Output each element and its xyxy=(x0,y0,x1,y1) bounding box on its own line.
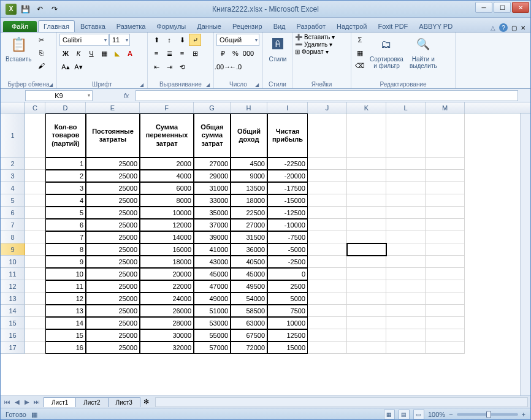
cell-G16[interactable]: 55000 xyxy=(194,329,231,342)
cell-F7[interactable]: 12000 xyxy=(140,219,194,231)
align-top-icon[interactable]: ⬆ xyxy=(150,34,162,46)
cell-E4[interactable]: 25000 xyxy=(86,182,140,194)
row-header-3[interactable]: 3 xyxy=(1,170,25,182)
ribbon-tab-2[interactable]: Разметка xyxy=(111,20,151,32)
cell-G3[interactable]: 29000 xyxy=(194,170,231,182)
cell-K9[interactable] xyxy=(347,243,386,256)
copy-icon[interactable]: ⎘ xyxy=(35,47,47,59)
cell-F11[interactable]: 20000 xyxy=(140,268,194,280)
increase-indent-icon[interactable]: ⇥ xyxy=(163,61,175,73)
undo-icon[interactable]: ↶ xyxy=(34,3,46,15)
cell-I14[interactable]: 7500 xyxy=(267,305,308,317)
cell-H11[interactable]: 45000 xyxy=(231,268,267,280)
cell-L11[interactable] xyxy=(386,268,426,280)
cell-K15[interactable] xyxy=(347,317,386,329)
col-header-J[interactable]: J xyxy=(308,102,347,113)
zoom-slider[interactable] xyxy=(457,413,518,416)
row-header-17[interactable]: 17 xyxy=(1,342,25,354)
cell-C15[interactable] xyxy=(25,317,45,329)
cell-E1[interactable]: Постоянные затраты xyxy=(86,113,140,158)
close-button[interactable]: ✕ xyxy=(512,2,529,13)
cell-F9[interactable]: 16000 xyxy=(140,243,194,256)
row-header-4[interactable]: 4 xyxy=(1,182,25,194)
normal-view-icon[interactable]: ▦ xyxy=(384,410,395,419)
cell-I8[interactable]: -7500 xyxy=(267,231,308,243)
cell-F16[interactable]: 30000 xyxy=(140,329,194,342)
row-header-15[interactable]: 15 xyxy=(1,317,25,329)
cell-H3[interactable]: 9000 xyxy=(231,170,267,182)
cell-J14[interactable] xyxy=(308,305,347,317)
cell-C7[interactable] xyxy=(25,219,45,231)
first-sheet-icon[interactable]: ⏮ xyxy=(3,399,12,405)
cell-D15[interactable]: 14 xyxy=(45,317,86,329)
cell-M5[interactable] xyxy=(426,194,465,207)
col-header-D[interactable]: D xyxy=(45,102,86,113)
align-middle-icon[interactable]: ↕ xyxy=(163,34,175,46)
name-box[interactable]: K9 xyxy=(25,90,93,101)
macro-record-icon[interactable]: ▦ xyxy=(31,411,37,419)
cell-G9[interactable]: 41000 xyxy=(194,243,231,256)
redo-icon[interactable]: ↷ xyxy=(48,3,61,15)
maximize-button[interactable]: ☐ xyxy=(494,2,511,13)
ribbon-tab-9[interactable]: Foxit PDF xyxy=(372,20,413,32)
cell-F13[interactable]: 24000 xyxy=(140,292,194,305)
font-name-combo[interactable]: Calibri xyxy=(59,34,109,46)
cell-E6[interactable]: 25000 xyxy=(86,207,140,219)
cell-C11[interactable] xyxy=(25,268,45,280)
cell-K11[interactable] xyxy=(347,268,386,280)
help-icon[interactable]: ? xyxy=(499,23,508,32)
fx-icon[interactable]: fx xyxy=(117,92,136,99)
row-header-1[interactable]: 1 xyxy=(1,113,25,158)
cell-K7[interactable] xyxy=(347,219,386,231)
sort-filter-button[interactable]: 🗂 Сортировка и фильтр xyxy=(367,34,406,71)
cell-E7[interactable]: 25000 xyxy=(86,219,140,231)
cell-J5[interactable] xyxy=(308,194,347,207)
align-center-icon[interactable]: ≣ xyxy=(163,47,175,59)
row-headers[interactable]: 1234567891011121314151617 xyxy=(1,113,25,354)
cell-H10[interactable]: 40500 xyxy=(231,256,267,268)
cell-G7[interactable]: 37000 xyxy=(194,219,231,231)
cell-L13[interactable] xyxy=(386,292,426,305)
col-header-K[interactable]: K xyxy=(347,102,386,113)
italic-button[interactable]: К xyxy=(72,47,85,59)
wrap-text-button[interactable]: ⤶ xyxy=(189,34,201,46)
row-header-7[interactable]: 7 xyxy=(1,219,25,231)
cell-H2[interactable]: 4500 xyxy=(231,158,267,170)
cell-G8[interactable]: 39000 xyxy=(194,231,231,243)
cell-M4[interactable] xyxy=(426,182,465,194)
col-header-C[interactable]: C xyxy=(25,102,45,113)
cell-C10[interactable] xyxy=(25,256,45,268)
row-header-13[interactable]: 13 xyxy=(1,292,25,305)
cell-L16[interactable] xyxy=(386,329,426,342)
cell-C13[interactable] xyxy=(25,292,45,305)
cell-H9[interactable]: 36000 xyxy=(231,243,267,256)
col-header-G[interactable]: G xyxy=(194,102,231,113)
cell-H7[interactable]: 27000 xyxy=(231,219,267,231)
cell-H8[interactable]: 31500 xyxy=(231,231,267,243)
cell-C16[interactable] xyxy=(25,329,45,342)
autosum-icon[interactable]: Σ xyxy=(354,34,366,46)
col-header-L[interactable]: L xyxy=(386,102,426,113)
cell-L1[interactable] xyxy=(386,113,426,158)
decrease-indent-icon[interactable]: ⇤ xyxy=(150,61,162,73)
fill-icon[interactable]: ▦ xyxy=(354,47,366,59)
select-all-corner[interactable] xyxy=(1,102,25,113)
cell-C9[interactable] xyxy=(25,243,45,256)
ribbon-tab-8[interactable]: Надстрой xyxy=(331,20,372,32)
fill-color-button[interactable]: ◣ xyxy=(111,47,123,59)
cell-D6[interactable]: 5 xyxy=(45,207,86,219)
cell-F5[interactable]: 8000 xyxy=(140,194,194,207)
cell-J4[interactable] xyxy=(308,182,347,194)
cell-M6[interactable] xyxy=(426,207,465,219)
cell-M8[interactable] xyxy=(426,231,465,243)
last-sheet-icon[interactable]: ⏭ xyxy=(32,399,41,405)
cell-D4[interactable]: 3 xyxy=(45,182,86,194)
underline-button[interactable]: Ч xyxy=(85,47,97,59)
currency-icon[interactable]: ₽ xyxy=(216,47,229,59)
cell-I5[interactable]: -15000 xyxy=(267,194,308,207)
font-size-combo[interactable]: 11 xyxy=(109,34,130,46)
window-close-small-icon[interactable]: ✕ xyxy=(521,25,525,31)
formula-bar[interactable] xyxy=(136,90,518,101)
cell-L3[interactable] xyxy=(386,170,426,182)
cell-H1[interactable]: Общий доход xyxy=(231,113,267,158)
